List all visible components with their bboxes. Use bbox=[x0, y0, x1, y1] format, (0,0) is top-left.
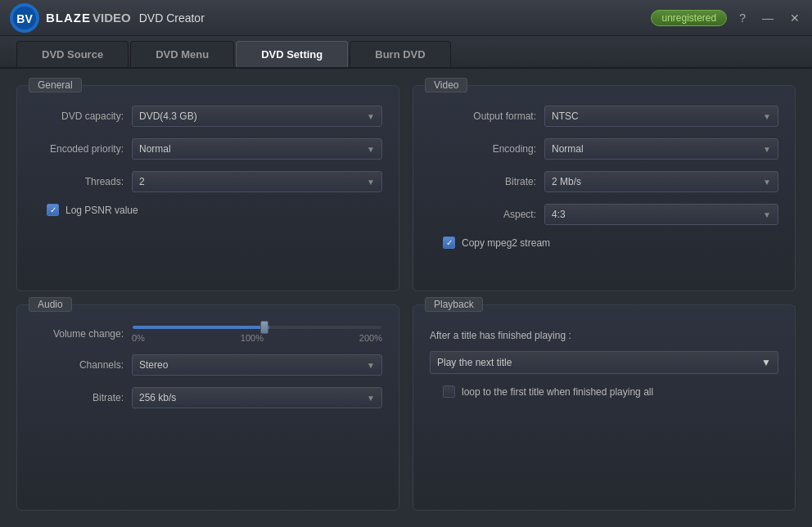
copy-mpeg2-checkmark: ✓ bbox=[446, 239, 453, 247]
nav-tabs: DVD Source DVD Menu DVD Setting Burn DVD bbox=[0, 36, 812, 69]
app-title-text: BLAZEVIDEO DVD Creator bbox=[46, 11, 205, 25]
encoding-arrow: ▼ bbox=[763, 145, 771, 154]
help-icon[interactable]: ? bbox=[735, 10, 750, 26]
playback-panel: Playback After a title has finished play… bbox=[413, 304, 796, 511]
logo-area: BV BLAZEVIDEO DVD Creator bbox=[8, 2, 205, 34]
audio-bitrate-label: Bitrate: bbox=[34, 392, 132, 403]
audio-bitrate-row: Bitrate: 256 kb/s ▼ bbox=[34, 387, 382, 408]
audio-panel: Audio Volume change: 0% 100% 200% Channe… bbox=[16, 304, 399, 511]
volume-row: Volume change: 0% 100% 200% bbox=[34, 325, 382, 343]
tab-dvd-setting[interactable]: DVD Setting bbox=[236, 41, 348, 67]
encoded-priority-label: Encoded priority: bbox=[34, 143, 132, 155]
dvd-capacity-row: DVD capacity: DVD(4.3 GB) ▼ bbox=[34, 106, 382, 127]
tab-dvd-source[interactable]: DVD Source bbox=[16, 41, 129, 67]
channels-label: Channels: bbox=[34, 359, 132, 371]
next-title-select[interactable]: Play the next title ▼ bbox=[430, 351, 778, 374]
volume-label: Volume change: bbox=[34, 328, 132, 340]
app-logo: BV bbox=[8, 2, 41, 34]
tab-burn-dvd[interactable]: Burn DVD bbox=[350, 41, 450, 67]
log-psnr-row: ✓ Log PSNR value bbox=[47, 204, 382, 216]
dvd-capacity-arrow: ▼ bbox=[367, 112, 375, 121]
copy-mpeg2-row: ✓ Copy mpeg2 stream bbox=[443, 236, 778, 249]
general-panel-title: General bbox=[29, 78, 82, 92]
threads-row: Threads: 2 ▼ bbox=[34, 171, 382, 192]
audio-panel-title: Audio bbox=[29, 297, 72, 312]
main-content: General DVD capacity: DVD(4.3 GB) ▼ Enco… bbox=[0, 69, 812, 527]
loop-checkbox[interactable] bbox=[443, 385, 455, 398]
dvd-capacity-select[interactable]: DVD(4.3 GB) ▼ bbox=[132, 106, 382, 127]
threads-arrow: ▼ bbox=[367, 178, 375, 187]
aspect-select[interactable]: 4:3 ▼ bbox=[544, 204, 778, 225]
encoding-row: Encoding: Normal ▼ bbox=[430, 138, 778, 160]
encoding-label: Encoding: bbox=[430, 143, 544, 155]
after-title-desc: After a title has finished playing : bbox=[430, 330, 778, 341]
volume-slider-thumb[interactable] bbox=[260, 321, 268, 334]
aspect-row: Aspect: 4:3 ▼ bbox=[430, 204, 778, 225]
volume-slider-container: 0% 100% 200% bbox=[132, 325, 382, 343]
video-panel-title: Video bbox=[425, 78, 467, 92]
general-panel: General DVD capacity: DVD(4.3 GB) ▼ Enco… bbox=[16, 85, 399, 291]
svg-text:BV: BV bbox=[16, 12, 33, 25]
channels-row: Channels: Stereo ▼ bbox=[34, 354, 382, 376]
video-bitrate-label: Bitrate: bbox=[430, 176, 544, 187]
encoded-priority-arrow: ▼ bbox=[367, 145, 375, 154]
output-format-row: Output format: NTSC ▼ bbox=[430, 106, 778, 127]
audio-bitrate-select[interactable]: 256 kb/s ▼ bbox=[132, 387, 382, 408]
encoded-priority-select[interactable]: Normal ▼ bbox=[132, 138, 382, 160]
video-bitrate-arrow: ▼ bbox=[763, 178, 771, 187]
output-format-select[interactable]: NTSC ▼ bbox=[544, 106, 778, 127]
output-format-arrow: ▼ bbox=[763, 112, 771, 121]
volume-slider-labels: 0% 100% 200% bbox=[132, 333, 382, 343]
dvd-capacity-label: DVD capacity: bbox=[34, 110, 132, 122]
next-title-arrow: ▼ bbox=[761, 357, 771, 368]
audio-bitrate-arrow: ▼ bbox=[367, 394, 375, 403]
output-format-label: Output format: bbox=[430, 110, 544, 122]
aspect-label: Aspect: bbox=[430, 209, 544, 220]
encoding-select[interactable]: Normal ▼ bbox=[544, 138, 778, 160]
threads-select[interactable]: 2 ▼ bbox=[132, 171, 382, 192]
log-psnr-checkmark: ✓ bbox=[50, 206, 56, 214]
volume-200-label: 200% bbox=[359, 333, 382, 343]
unregistered-button[interactable]: unregistered bbox=[651, 10, 727, 26]
loop-label: loop to the first title when finished pl… bbox=[462, 386, 653, 398]
copy-mpeg2-checkbox[interactable]: ✓ bbox=[443, 236, 455, 249]
minimize-icon[interactable]: — bbox=[758, 10, 778, 26]
titlebar-controls: unregistered ? — ✕ bbox=[651, 10, 804, 26]
log-psnr-checkbox[interactable]: ✓ bbox=[47, 204, 59, 216]
tab-dvd-menu[interactable]: DVD Menu bbox=[130, 41, 234, 67]
titlebar: BV BLAZEVIDEO DVD Creator unregistered ?… bbox=[0, 0, 812, 36]
loop-row: loop to the first title when finished pl… bbox=[443, 385, 778, 398]
volume-0-label: 0% bbox=[132, 333, 145, 343]
video-bitrate-select[interactable]: 2 Mb/s ▼ bbox=[544, 171, 778, 192]
close-icon[interactable]: ✕ bbox=[786, 10, 804, 26]
aspect-arrow: ▼ bbox=[763, 210, 771, 219]
log-psnr-label: Log PSNR value bbox=[65, 205, 138, 216]
encoded-priority-row: Encoded priority: Normal ▼ bbox=[34, 138, 382, 160]
volume-slider-track[interactable] bbox=[132, 325, 382, 330]
video-bitrate-row: Bitrate: 2 Mb/s ▼ bbox=[430, 171, 778, 192]
threads-label: Threads: bbox=[34, 176, 132, 187]
volume-100-label: 100% bbox=[241, 333, 264, 343]
copy-mpeg2-label: Copy mpeg2 stream bbox=[462, 237, 550, 249]
playback-panel-title: Playback bbox=[425, 297, 483, 312]
video-panel: Video Output format: NTSC ▼ Encoding: No… bbox=[413, 85, 796, 291]
channels-arrow: ▼ bbox=[367, 361, 375, 370]
channels-select[interactable]: Stereo ▼ bbox=[132, 354, 382, 376]
